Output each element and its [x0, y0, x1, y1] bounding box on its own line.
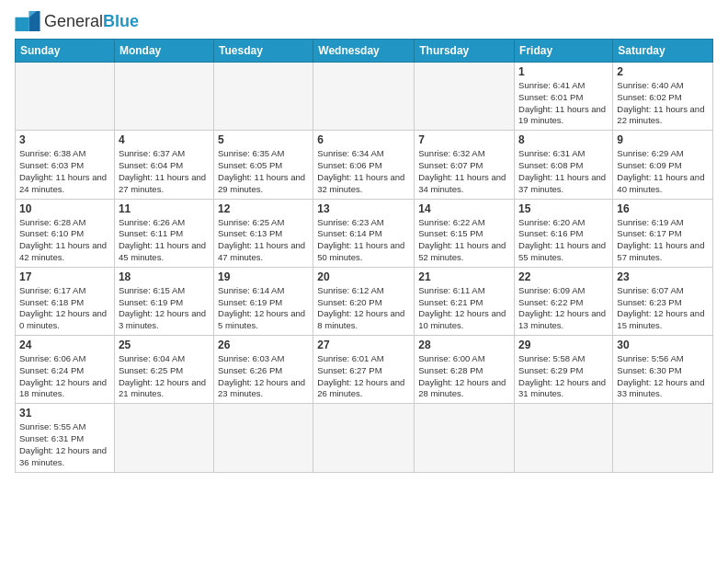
- day-info: Sunrise: 6:11 AM Sunset: 6:21 PM Dayligh…: [418, 285, 510, 332]
- calendar-cell: 28Sunrise: 6:00 AM Sunset: 6:28 PM Dayli…: [415, 336, 515, 404]
- day-number: 31: [19, 407, 110, 419]
- day-number: 3: [19, 133, 110, 146]
- day-number: 18: [119, 270, 210, 283]
- calendar-cell: 12Sunrise: 6:25 AM Sunset: 6:13 PM Dayli…: [214, 199, 313, 267]
- calendar-cell: 13Sunrise: 6:23 AM Sunset: 6:14 PM Dayli…: [313, 199, 415, 267]
- calendar-cell: [114, 404, 213, 472]
- day-info: Sunrise: 6:17 AM Sunset: 6:18 PM Dayligh…: [19, 285, 110, 332]
- calendar-cell: 5Sunrise: 6:35 AM Sunset: 6:05 PM Daylig…: [214, 131, 313, 199]
- day-number: 23: [617, 270, 709, 283]
- calendar-week-3: 10Sunrise: 6:28 AM Sunset: 6:10 PM Dayli…: [16, 199, 713, 267]
- day-number: 29: [518, 339, 609, 351]
- calendar-cell: [16, 63, 115, 131]
- logo: GeneralBlue: [15, 11, 139, 31]
- weekday-tuesday: Tuesday: [214, 40, 313, 63]
- calendar-week-4: 17Sunrise: 6:17 AM Sunset: 6:18 PM Dayli…: [16, 267, 713, 335]
- day-number: 21: [418, 270, 510, 283]
- day-number: 4: [119, 133, 210, 146]
- calendar-cell: 20Sunrise: 6:12 AM Sunset: 6:20 PM Dayli…: [313, 267, 415, 335]
- calendar-week-1: 1Sunrise: 6:41 AM Sunset: 6:01 PM Daylig…: [16, 63, 713, 131]
- calendar-cell: 21Sunrise: 6:11 AM Sunset: 6:21 PM Dayli…: [415, 267, 515, 335]
- day-info: Sunrise: 6:15 AM Sunset: 6:19 PM Dayligh…: [119, 285, 210, 332]
- calendar-cell: 8Sunrise: 6:31 AM Sunset: 6:08 PM Daylig…: [515, 131, 613, 199]
- day-number: 28: [418, 339, 510, 351]
- day-info: Sunrise: 6:14 AM Sunset: 6:19 PM Dayligh…: [218, 285, 309, 332]
- day-number: 24: [19, 339, 110, 351]
- day-info: Sunrise: 5:56 AM Sunset: 6:30 PM Dayligh…: [617, 353, 709, 400]
- day-number: 6: [317, 133, 410, 146]
- day-info: Sunrise: 6:06 AM Sunset: 6:24 PM Dayligh…: [19, 353, 110, 400]
- logo-text: GeneralBlue: [44, 12, 139, 31]
- day-number: 12: [218, 202, 309, 215]
- day-info: Sunrise: 6:29 AM Sunset: 6:09 PM Dayligh…: [617, 148, 709, 195]
- calendar-cell: 29Sunrise: 5:58 AM Sunset: 6:29 PM Dayli…: [515, 336, 613, 404]
- day-info: Sunrise: 6:20 AM Sunset: 6:16 PM Dayligh…: [518, 217, 609, 264]
- day-info: Sunrise: 6:38 AM Sunset: 6:03 PM Dayligh…: [19, 148, 110, 195]
- day-info: Sunrise: 6:31 AM Sunset: 6:08 PM Dayligh…: [518, 148, 609, 195]
- calendar-cell: 9Sunrise: 6:29 AM Sunset: 6:09 PM Daylig…: [613, 131, 713, 199]
- calendar-cell: 26Sunrise: 6:03 AM Sunset: 6:26 PM Dayli…: [214, 336, 313, 404]
- day-number: 15: [518, 202, 609, 215]
- day-info: Sunrise: 6:23 AM Sunset: 6:14 PM Dayligh…: [317, 217, 410, 264]
- day-number: 7: [418, 133, 510, 146]
- day-number: 14: [418, 202, 510, 215]
- day-number: 2: [617, 65, 709, 78]
- calendar-cell: 22Sunrise: 6:09 AM Sunset: 6:22 PM Dayli…: [515, 267, 613, 335]
- logo-icon: [15, 11, 40, 31]
- day-info: Sunrise: 6:40 AM Sunset: 6:02 PM Dayligh…: [617, 80, 709, 127]
- day-info: Sunrise: 6:19 AM Sunset: 6:17 PM Dayligh…: [617, 217, 709, 264]
- day-info: Sunrise: 6:25 AM Sunset: 6:13 PM Dayligh…: [218, 217, 309, 264]
- calendar-cell: 27Sunrise: 6:01 AM Sunset: 6:27 PM Dayli…: [313, 336, 415, 404]
- calendar-cell: 2Sunrise: 6:40 AM Sunset: 6:02 PM Daylig…: [613, 63, 713, 131]
- calendar-cell: [313, 404, 415, 472]
- calendar-cell: [214, 63, 313, 131]
- day-info: Sunrise: 6:28 AM Sunset: 6:10 PM Dayligh…: [19, 217, 110, 264]
- day-number: 20: [317, 270, 410, 283]
- calendar-cell: 18Sunrise: 6:15 AM Sunset: 6:19 PM Dayli…: [114, 267, 213, 335]
- day-info: Sunrise: 6:04 AM Sunset: 6:25 PM Dayligh…: [119, 353, 210, 400]
- calendar-cell: 3Sunrise: 6:38 AM Sunset: 6:03 PM Daylig…: [16, 131, 115, 199]
- calendar-week-5: 24Sunrise: 6:06 AM Sunset: 6:24 PM Dayli…: [16, 336, 713, 404]
- calendar-cell: [415, 404, 515, 472]
- calendar-cell: 24Sunrise: 6:06 AM Sunset: 6:24 PM Dayli…: [16, 336, 115, 404]
- calendar-cell: [214, 404, 313, 472]
- calendar-cell: [415, 63, 515, 131]
- weekday-monday: Monday: [114, 40, 213, 63]
- calendar-header: SundayMondayTuesdayWednesdayThursdayFrid…: [16, 40, 713, 63]
- calendar-cell: 15Sunrise: 6:20 AM Sunset: 6:16 PM Dayli…: [515, 199, 613, 267]
- weekday-sunday: Sunday: [16, 40, 115, 63]
- day-info: Sunrise: 6:00 AM Sunset: 6:28 PM Dayligh…: [418, 353, 510, 400]
- calendar-cell: 11Sunrise: 6:26 AM Sunset: 6:11 PM Dayli…: [114, 199, 213, 267]
- day-info: Sunrise: 6:01 AM Sunset: 6:27 PM Dayligh…: [317, 353, 410, 400]
- day-info: Sunrise: 6:32 AM Sunset: 6:07 PM Dayligh…: [418, 148, 510, 195]
- day-info: Sunrise: 6:34 AM Sunset: 6:06 PM Dayligh…: [317, 148, 410, 195]
- calendar-cell: 30Sunrise: 5:56 AM Sunset: 6:30 PM Dayli…: [613, 336, 713, 404]
- calendar-cell: 16Sunrise: 6:19 AM Sunset: 6:17 PM Dayli…: [613, 199, 713, 267]
- calendar-cell: 19Sunrise: 6:14 AM Sunset: 6:19 PM Dayli…: [214, 267, 313, 335]
- day-info: Sunrise: 5:58 AM Sunset: 6:29 PM Dayligh…: [518, 353, 609, 400]
- weekday-friday: Friday: [515, 40, 613, 63]
- calendar-cell: 31Sunrise: 5:55 AM Sunset: 6:31 PM Dayli…: [16, 404, 115, 472]
- day-info: Sunrise: 6:35 AM Sunset: 6:05 PM Dayligh…: [218, 148, 309, 195]
- calendar-week-2: 3Sunrise: 6:38 AM Sunset: 6:03 PM Daylig…: [16, 131, 713, 199]
- day-info: Sunrise: 6:09 AM Sunset: 6:22 PM Dayligh…: [518, 285, 609, 332]
- weekday-header-row: SundayMondayTuesdayWednesdayThursdayFrid…: [16, 40, 713, 63]
- calendar-cell: 7Sunrise: 6:32 AM Sunset: 6:07 PM Daylig…: [415, 131, 515, 199]
- calendar-week-6: 31Sunrise: 5:55 AM Sunset: 6:31 PM Dayli…: [16, 404, 713, 472]
- calendar-page: GeneralBlue SundayMondayTuesdayWednesday…: [0, 0, 728, 563]
- header: GeneralBlue: [15, 11, 713, 31]
- day-number: 13: [317, 202, 410, 215]
- calendar-cell: 6Sunrise: 6:34 AM Sunset: 6:06 PM Daylig…: [313, 131, 415, 199]
- calendar-cell: 25Sunrise: 6:04 AM Sunset: 6:25 PM Dayli…: [114, 336, 213, 404]
- day-number: 30: [617, 339, 709, 351]
- day-info: Sunrise: 5:55 AM Sunset: 6:31 PM Dayligh…: [19, 421, 110, 468]
- day-info: Sunrise: 6:22 AM Sunset: 6:15 PM Dayligh…: [418, 217, 510, 264]
- svg-rect-0: [15, 17, 28, 31]
- day-info: Sunrise: 6:37 AM Sunset: 6:04 PM Dayligh…: [119, 148, 210, 195]
- day-number: 1: [518, 65, 609, 78]
- day-info: Sunrise: 6:26 AM Sunset: 6:11 PM Dayligh…: [119, 217, 210, 264]
- day-number: 25: [119, 339, 210, 351]
- day-number: 8: [518, 133, 609, 146]
- calendar-table: SundayMondayTuesdayWednesdayThursdayFrid…: [15, 39, 713, 473]
- day-info: Sunrise: 6:12 AM Sunset: 6:20 PM Dayligh…: [317, 285, 410, 332]
